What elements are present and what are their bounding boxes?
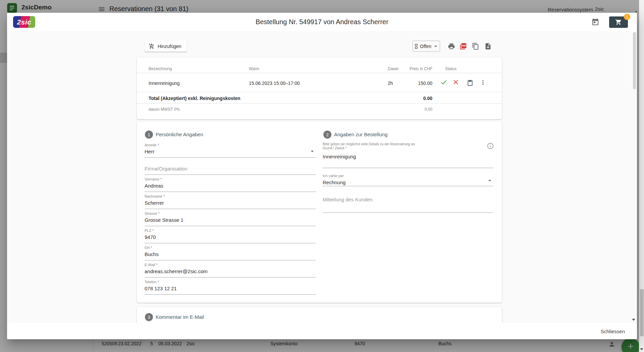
field-label: Ort *	[145, 246, 316, 250]
field-label: Vorname *	[145, 177, 316, 182]
col-header-dauer: Dauer	[388, 66, 399, 71]
dialog-title: Bestellung Nr. 549917 von Andreas Scherr…	[7, 13, 637, 31]
section-3-title: Kommentar im E-Mail	[156, 314, 204, 320]
status-dropdown[interactable]: Offen	[413, 41, 440, 52]
col-header-wann: Wann	[249, 66, 259, 71]
field-value: Scherrer	[145, 200, 316, 206]
dialog-header: 2sic Bestellung Nr. 549917 von Andreas S…	[7, 13, 637, 31]
anrede-field[interactable]: Anrede * Herr	[145, 143, 316, 158]
copy-icon[interactable]	[472, 43, 479, 50]
page-scrollbar-down-arrow[interactable]	[640, 348, 643, 350]
col-header-preis: Preis in CHF	[410, 66, 432, 71]
order-items-card: Bezeichnung Wann Dauer Preis in CHF Stat…	[137, 57, 502, 119]
cart-button[interactable]: 1	[609, 16, 628, 28]
cell-dauer: 2h	[388, 81, 393, 86]
divider	[137, 103, 502, 104]
section-2-title: Angaben zur Bestellung	[334, 132, 387, 137]
field-label: PLZ *	[145, 229, 316, 233]
field-value: Andreas	[145, 183, 316, 189]
field-value: 9470	[145, 234, 316, 240]
page-scrollbar-thumb[interactable]	[640, 289, 644, 336]
dialog-content: Hinzufügen Offen Bezeichnung W	[7, 31, 637, 323]
field-label: Ich zahle per	[323, 174, 493, 178]
nachname-field[interactable]: Nachname * Scherrer	[145, 194, 316, 209]
field-underline	[323, 186, 493, 186]
customer-message-field[interactable]: Mitteilung des Kunden	[323, 197, 372, 202]
field-underline	[145, 209, 316, 209]
field-label: Anrede *	[145, 143, 316, 147]
ort-field[interactable]: Ort * Buchs	[145, 246, 316, 260]
chevron-down-icon[interactable]	[309, 148, 316, 155]
order-dialog: 2sic Bestellung Nr. 549917 von Andreas S…	[7, 13, 637, 339]
cart-plus-icon	[149, 43, 155, 49]
field-underline	[323, 212, 493, 213]
2sic-logo: 2sic	[13, 16, 35, 28]
field-value: andreas.scherrer@2sic.com	[145, 268, 316, 274]
field-value: Buchs	[145, 251, 316, 257]
chevron-down-icon	[432, 43, 439, 50]
print-icon[interactable]	[448, 43, 455, 50]
cart-badge: 1	[624, 14, 630, 20]
add-item-label: Hinzufügen	[158, 44, 181, 49]
more-vert-icon[interactable]	[480, 79, 488, 87]
section-3-badge: 3	[145, 313, 153, 321]
page-scrollbar[interactable]	[639, 0, 644, 352]
field-underline	[145, 157, 316, 158]
reason-label: Bitte geben sie möglichst viele Details …	[323, 142, 415, 150]
field-label: E-Mail *	[145, 263, 316, 267]
add-item-button[interactable]: Hinzufügen	[145, 41, 187, 52]
divider	[137, 73, 502, 73]
col-header-status: Status	[445, 66, 457, 71]
field-value: Rechnung	[323, 180, 493, 185]
field-underline	[145, 260, 316, 260]
field-value: Herr	[145, 149, 316, 154]
field-underline	[145, 294, 316, 295]
field-underline	[145, 174, 316, 175]
col-header-bezeichnung: Bezeichnung	[149, 66, 172, 71]
accept-check-icon[interactable]	[440, 78, 448, 86]
dialog-scrollbar-thumb[interactable]	[633, 32, 636, 89]
section-1-title: Persönliche Angaben	[156, 132, 203, 137]
vorname-field[interactable]: Vorname * Andreas	[145, 177, 316, 192]
field-label: Telefon *	[145, 280, 316, 284]
telefon-field[interactable]: Telefon * 078 123 12 21	[145, 280, 316, 295]
field-underline	[145, 277, 316, 278]
note-add-icon[interactable]	[484, 43, 492, 50]
field-placeholder: Firma/Organisation	[145, 166, 316, 171]
reason-field[interactable]: Innenreinigung	[323, 154, 356, 159]
cell-bezeichnung: Innenreinigung	[149, 81, 180, 86]
field-underline	[323, 168, 493, 168]
calendar-icon[interactable]	[591, 18, 599, 26]
field-value: 078 123 12 21	[145, 286, 316, 291]
clipboard-icon[interactable]	[467, 79, 475, 87]
field-underline	[145, 192, 316, 192]
total-label: Total (Akzeptiert) exkl. Reinigungskoste…	[149, 96, 240, 101]
pdf-icon[interactable]	[460, 43, 467, 50]
vat-value: 0.00	[425, 107, 432, 112]
cell-preis: 150.00	[418, 81, 432, 86]
field-label: Strasse *	[145, 211, 316, 216]
close-button[interactable]: Schliessen	[596, 325, 630, 337]
chevron-down-icon[interactable]	[486, 177, 493, 184]
customer-form-card: 1 Persönliche Angaben Anrede * Herr Firm…	[137, 121, 502, 303]
cart-icon	[615, 19, 622, 26]
strasse-field[interactable]: Strasse * Grosse Strasse 1	[145, 211, 316, 226]
cell-wann: 15.06.2023 15:00–17:00	[249, 81, 300, 86]
email-field[interactable]: E-Mail * andreas.scherrer@2sic.com	[145, 263, 316, 278]
field-underline	[145, 226, 316, 226]
payment-method-field[interactable]: Ich zahle per Rechnung	[323, 174, 493, 186]
reject-close-icon[interactable]	[452, 78, 460, 86]
vat-label: davon MWST 0%	[149, 107, 180, 112]
dialog-scrollbar-down-arrow[interactable]	[632, 319, 635, 321]
divider	[137, 92, 502, 92]
field-label: Nachname *	[145, 194, 316, 199]
field-underline	[145, 243, 316, 243]
status-label: Offen	[420, 44, 431, 49]
section-2-badge: 2	[323, 131, 331, 139]
info-icon[interactable]	[487, 142, 494, 150]
comment-section-card: 3 Kommentar im E-Mail	[137, 307, 502, 323]
total-value: 0.00	[423, 96, 432, 101]
dialog-footer: Schliessen	[7, 323, 637, 339]
plz-field[interactable]: PLZ * 9470	[145, 229, 316, 243]
firma-field[interactable]: Firma/Organisation	[145, 160, 316, 175]
